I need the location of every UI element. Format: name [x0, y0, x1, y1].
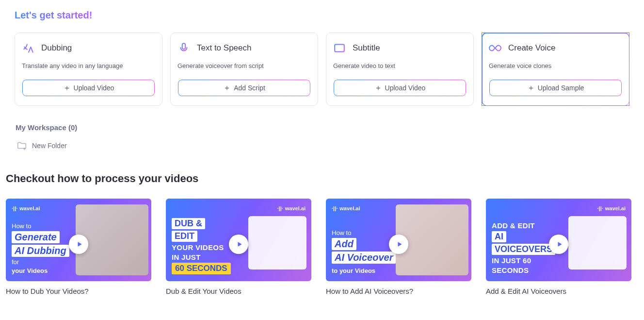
new-folder-label: New Folder [32, 142, 67, 150]
video-label: Add & Edit AI Voiceovers [486, 287, 631, 295]
thumb-text-line: AI Dubbing [12, 245, 69, 257]
brand-tag: ·||· wavel.ai [277, 205, 306, 211]
plus-icon: ＋ [63, 84, 71, 92]
microphone-icon [177, 42, 190, 54]
video-card[interactable]: ·||· wavel.ai ADD & EDIT AI VOICEOVERS I… [486, 199, 631, 295]
video-card[interactable]: ·||· wavel.ai How to Add AI Voiceover to… [326, 199, 471, 295]
plus-icon: ＋ [374, 84, 382, 92]
upload-sample-button[interactable]: ＋ Upload Sample [489, 79, 622, 97]
video-label: How to Add AI Voiceovers? [326, 287, 471, 295]
thumb-panel-placeholder [248, 216, 306, 269]
new-folder-button[interactable]: New Folder [16, 140, 67, 151]
card-subtitle[interactable]: Subtitle Generate video to text ＋ Upload… [326, 33, 474, 106]
card-description: Translate any video in any language [22, 62, 155, 69]
section-title: Checkout how to process your videos [6, 172, 629, 185]
thumb-text-line: AI Voiceover [332, 252, 396, 264]
upload-video-button[interactable]: ＋ Upload Video [22, 79, 155, 97]
video-thumbnail[interactable]: ·||· wavel.ai How to Generate AI Dubbing… [6, 199, 151, 281]
plus-icon: ＋ [527, 84, 535, 92]
card-description: Generate video to text [333, 62, 467, 69]
thumb-text-line: 60 SECONDS [172, 263, 231, 274]
card-description: Generate voiceover from script [177, 62, 311, 69]
card-title: Dubbing [41, 43, 72, 53]
thumb-text-line: DUB & [172, 218, 205, 229]
add-script-button[interactable]: ＋ Add Script [177, 79, 311, 97]
thumb-text-line: AI [492, 231, 506, 242]
button-label: Upload Video [385, 84, 426, 92]
thumb-text-line: Add [332, 238, 356, 250]
thumb-panel-placeholder [568, 216, 627, 269]
button-label: Upload Sample [538, 84, 584, 92]
subtitle-icon [333, 42, 346, 54]
thumb-text-line: EDIT [172, 231, 197, 242]
video-thumbnail[interactable]: ·||· wavel.ai ADD & EDIT AI VOICEOVERS I… [486, 199, 631, 281]
video-thumbnail[interactable]: ·||· wavel.ai DUB & EDIT YOUR VIDEOS IN … [166, 199, 311, 281]
card-title: Subtitle [353, 43, 380, 53]
plus-icon: ＋ [223, 84, 231, 92]
page-title: Let's get started! [15, 10, 92, 21]
video-card[interactable]: ·||· wavel.ai DUB & EDIT YOUR VIDEOS IN … [166, 199, 311, 295]
play-icon[interactable] [69, 235, 88, 254]
thumb-text-line: VOICEOVERS [492, 244, 555, 255]
upload-video-button[interactable]: ＋ Upload Video [333, 79, 467, 97]
folder-plus-icon [16, 140, 27, 151]
translate-icon [22, 42, 34, 54]
play-icon[interactable] [549, 235, 568, 254]
video-label: Dub & Edit Your Videos [166, 287, 311, 295]
card-text-to-speech[interactable]: Text to Speech Generate voiceover from s… [170, 33, 318, 106]
card-description: Generate voice clones [489, 62, 622, 69]
video-label: How to Dub Your Videos? [6, 287, 151, 295]
button-label: Add Script [234, 84, 265, 92]
feature-cards-row: Dubbing Translate any video in any langu… [15, 33, 629, 106]
play-icon[interactable] [229, 235, 248, 254]
tutorial-videos-row: ·||· wavel.ai How to Generate AI Dubbing… [6, 199, 629, 295]
svg-rect-1 [335, 44, 344, 51]
video-card[interactable]: ·||· wavel.ai How to Generate AI Dubbing… [6, 199, 151, 295]
thumb-text-line: Generate [12, 231, 60, 243]
workspace-title: My Workspace (0) [16, 123, 629, 132]
card-title: Text to Speech [197, 43, 251, 53]
video-thumbnail[interactable]: ·||· wavel.ai How to Add AI Voiceover to… [326, 199, 471, 281]
card-title: Create Voice [508, 43, 555, 53]
brand-tag: ·||· wavel.ai [597, 205, 626, 211]
svg-rect-0 [182, 43, 186, 49]
play-icon[interactable] [389, 235, 408, 254]
card-create-voice[interactable]: Create Voice Generate voice clones ＋ Upl… [482, 33, 629, 106]
infinity-icon [489, 42, 501, 54]
card-dubbing[interactable]: Dubbing Translate any video in any langu… [15, 33, 162, 106]
button-label: Upload Video [74, 84, 114, 92]
